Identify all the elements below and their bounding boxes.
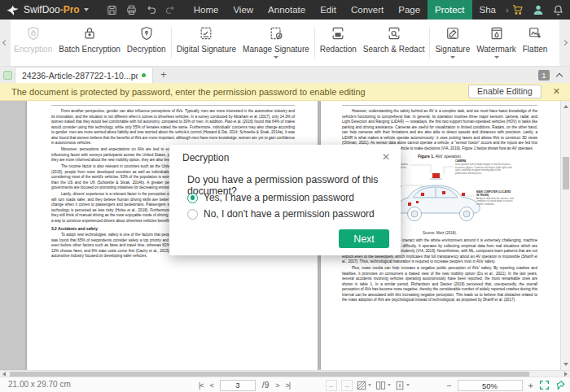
last-page-button[interactable]: >|: [285, 381, 290, 390]
radio-selected-icon[interactable]: [187, 193, 198, 203]
decryption-dialog: Decryption ✕ Do you have a permission pa…: [169, 145, 401, 255]
callout-text: Uses parallax from multiple images to fi…: [455, 163, 511, 174]
single-page-icon: [395, 381, 405, 390]
menu-page[interactable]: Page: [391, 0, 428, 20]
print-icon[interactable]: [125, 4, 138, 16]
figure-callout: CAMERAUses parallax from multiple images…: [455, 160, 512, 175]
divider: [429, 27, 430, 59]
zoom-in-button[interactable]: +: [528, 381, 533, 390]
menu-home[interactable]: Home: [186, 0, 226, 20]
zoom-level-value[interactable]: 50%: [458, 380, 523, 391]
scroll-mode-icon: [357, 381, 366, 390]
fullscreen-icon[interactable]: [539, 380, 550, 390]
page-display-mode-button[interactable]: [357, 381, 371, 390]
tool-label: Redaction: [320, 45, 357, 54]
menu-overflow-icon[interactable]: ›: [503, 0, 511, 20]
menu-share[interactable]: Sha: [472, 0, 503, 20]
tool-redaction[interactable]: Redaction: [317, 20, 360, 66]
tool-label: Signature: [435, 45, 470, 54]
decryption-icon: [138, 25, 155, 41]
scroll-down-icon[interactable]: [563, 363, 568, 366]
radio-option-no[interactable]: No, I don't have a permission password: [187, 208, 375, 220]
ribbon-scroll-right[interactable]: [559, 20, 570, 66]
account-icon[interactable]: [532, 3, 545, 16]
tool-label: Encryption: [14, 45, 52, 54]
pin-icon[interactable]: [555, 380, 565, 390]
enable-editing-button[interactable]: Enable Editing: [468, 85, 542, 98]
bell-icon[interactable]: [552, 4, 564, 16]
chevron-right-icon: [562, 40, 568, 46]
first-page-button[interactable]: |<: [199, 381, 204, 390]
radio-label: Yes, I have a permission password: [204, 192, 354, 203]
digital-signature-icon: [198, 25, 214, 41]
chevron-left-icon: [2, 40, 8, 46]
menu-edit[interactable]: Edit: [313, 0, 344, 20]
radio-unselected-icon[interactable]: [187, 209, 198, 220]
save-icon[interactable]: [106, 4, 118, 16]
vertical-scrollbar-thumb[interactable]: [563, 157, 569, 189]
notification-close-icon[interactable]: ✕: [542, 86, 570, 97]
horizontal-scrollbar[interactable]: [0, 370, 570, 377]
tool-signature[interactable]: Signature: [432, 20, 473, 66]
notification-count-badge: 1: [538, 70, 550, 81]
vertical-scrollbar[interactable]: [560, 101, 570, 370]
two-page-icon: [375, 381, 386, 390]
view-forward-button[interactable]: →: [341, 380, 353, 391]
tool-digital-signature[interactable]: Digital Signature: [173, 20, 239, 66]
protect-ribbon: Encryption Batch Encryption Decryption D…: [0, 20, 570, 67]
tool-watermark[interactable]: Watermark: [473, 20, 520, 66]
two-page-view-button[interactable]: [375, 381, 391, 390]
start-page-icon[interactable]: [3, 71, 12, 80]
caret-down-icon: [368, 384, 371, 386]
flatten-icon: [527, 25, 543, 41]
menu-convert[interactable]: Convert: [344, 0, 391, 20]
tool-manage-signature[interactable]: Manage Signature: [239, 20, 313, 66]
tool-search-redact[interactable]: Search & Redact: [360, 20, 428, 66]
divider: [342, 105, 537, 106]
menu-annotate[interactable]: Annotate: [261, 0, 313, 20]
title-bar: SwifDoo-Pro Home View Annotate Edit Conv…: [0, 0, 570, 20]
ribbon-scroll-left[interactable]: [0, 20, 11, 66]
menu-view[interactable]: View: [226, 0, 261, 20]
document-tab[interactable]: 24236-Article-287722-1-10...pdf(l: [15, 67, 153, 83]
figure-caption-text: AVs' operation.: [434, 155, 462, 159]
menu-protect[interactable]: Protect: [428, 0, 471, 20]
cart-icon[interactable]: [511, 3, 524, 16]
page-number-input[interactable]: [220, 380, 256, 391]
view-back-button[interactable]: ←: [326, 380, 337, 391]
tab-bar: 24236-Article-287722-1-10...pdf(l + 1: [0, 67, 570, 83]
batch-encryption-icon: [81, 25, 98, 41]
undo-icon[interactable]: [145, 4, 157, 16]
app-menu-caret-icon[interactable]: [84, 8, 89, 11]
next-button[interactable]: Next: [339, 229, 389, 248]
signature-icon: [445, 25, 461, 41]
tool-label: Digital Signature: [177, 45, 236, 54]
next-page-button[interactable]: >: [275, 381, 278, 390]
password-notification-bar: The document is protected by password, e…: [0, 83, 570, 101]
redo-icon[interactable]: [164, 4, 177, 16]
status-bar: 21.00 x 29.70 cm |< < /9 > >| ← → − 50% …: [0, 377, 570, 392]
tool-batch-encryption[interactable]: Batch Encryption: [55, 20, 124, 66]
tool-label: Watermark: [476, 45, 516, 54]
notification-message: The document is protected by password, e…: [11, 87, 366, 97]
zoom-out-button[interactable]: −: [446, 381, 451, 390]
app-name: SwifDoo-Pro: [24, 4, 80, 15]
dialog-close-icon[interactable]: ✕: [382, 151, 390, 163]
page-total-label: /9: [262, 381, 269, 390]
previous-page-button[interactable]: <: [210, 381, 213, 390]
pdf-paragraph: Plus, mass media can help increase a neg…: [342, 266, 537, 303]
tool-encryption[interactable]: Encryption: [11, 20, 55, 66]
radio-option-yes[interactable]: Yes, I have a permission password: [187, 192, 354, 203]
tool-label: Decryption: [127, 45, 166, 54]
tool-label: Search & Redact: [363, 45, 425, 54]
single-page-view-button[interactable]: [395, 381, 410, 390]
callout-text: Analyzes data from the sensors, and comp…: [476, 197, 513, 206]
tool-decryption[interactable]: Decryption: [124, 20, 169, 66]
scroll-up-icon[interactable]: [563, 105, 568, 108]
radio-label: No, I don't have a permission password: [204, 208, 375, 220]
document-tab-title: 24236-Article-287722-1-10...pdf(l: [22, 71, 138, 81]
figure-caption-label: Figure 1.: [418, 155, 434, 159]
new-tab-button[interactable]: +: [153, 67, 174, 83]
tool-flatten[interactable]: Flatten: [520, 20, 551, 66]
collapse-ribbon-icon[interactable]: [556, 72, 563, 79]
